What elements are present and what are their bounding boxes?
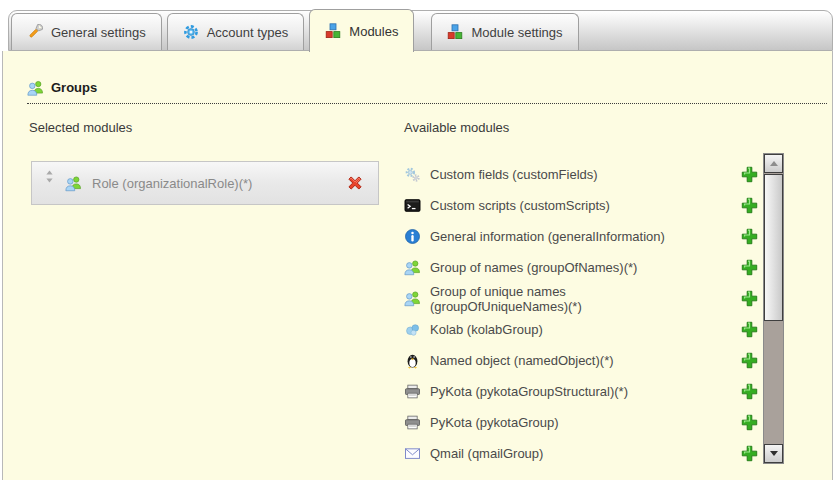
module-name: Custom fields (customFields) bbox=[430, 167, 598, 182]
module-name: PyKota (pykotaGroupStructural)(*) bbox=[430, 384, 628, 399]
add-module-button green-plus-icon[interactable] bbox=[741, 383, 758, 400]
modules-cubes-icon bbox=[325, 23, 342, 40]
remove-module-button red-x-icon[interactable] bbox=[346, 174, 364, 192]
list-item: PyKota (pykotaGroup) bbox=[404, 407, 758, 438]
up-down-arrow-icon[interactable] bbox=[44, 170, 55, 196]
available-modules-list: Custom fields (customFields) Custom scri… bbox=[404, 159, 758, 469]
tab-account-types[interactable]: Account types bbox=[167, 13, 305, 50]
terminal-icon bbox=[404, 197, 421, 214]
group-icon bbox=[404, 290, 421, 307]
list-item: Qmail (qmailGroup) bbox=[404, 438, 758, 469]
add-module-button green-plus-icon[interactable] bbox=[741, 352, 758, 369]
add-module-button green-plus-icon[interactable] bbox=[741, 445, 758, 462]
add-module-button green-plus-icon[interactable] bbox=[741, 321, 758, 338]
printer-icon bbox=[404, 383, 421, 400]
printer-icon bbox=[404, 414, 421, 431]
modules-cubes-icon bbox=[447, 24, 464, 41]
selected-module-name: Role (organizationalRole)(*) bbox=[92, 176, 336, 191]
add-module-button green-plus-icon[interactable] bbox=[741, 290, 758, 307]
list-item: Group of names (groupOfNames)(*) bbox=[404, 252, 758, 283]
module-name: Named object (namedObject)(*) bbox=[430, 353, 614, 368]
list-item: Custom scripts (customScripts) bbox=[404, 190, 758, 221]
add-module-button green-plus-icon[interactable] bbox=[741, 197, 758, 214]
kolab-icon bbox=[404, 321, 421, 338]
module-name: Group of unique names (groupOfUniqueName… bbox=[430, 284, 695, 314]
gear-icon bbox=[183, 24, 200, 41]
group-icon bbox=[404, 259, 421, 276]
tab-module-settings[interactable]: Module settings bbox=[431, 13, 578, 50]
tab-label: Module settings bbox=[471, 25, 562, 40]
group-icon bbox=[65, 175, 82, 192]
tab-general-settings[interactable]: General settings bbox=[11, 13, 162, 50]
add-module-button green-plus-icon[interactable] bbox=[741, 228, 758, 245]
module-name: General information (generalInformation) bbox=[430, 229, 665, 244]
penguin-icon bbox=[404, 352, 421, 369]
tab-label: General settings bbox=[51, 25, 146, 40]
group-icon bbox=[27, 79, 44, 96]
module-name: Custom scripts (customScripts) bbox=[430, 198, 610, 213]
modules-panel: Groups Selected modules Available module… bbox=[2, 51, 833, 480]
add-module-button green-plus-icon[interactable] bbox=[741, 259, 758, 276]
selected-modules-label: Selected modules bbox=[29, 120, 132, 135]
tab-bar: General settings Account types Modules bbox=[8, 10, 833, 51]
down-arrow-icon bbox=[770, 451, 778, 456]
selected-module-row: Role (organizationalRole)(*) bbox=[31, 161, 379, 205]
wrench-icon bbox=[27, 24, 44, 41]
add-module-button green-plus-icon[interactable] bbox=[741, 166, 758, 183]
scrollbar-thumb[interactable] bbox=[764, 174, 783, 321]
envelope-icon bbox=[404, 445, 421, 462]
tab-label: Account types bbox=[207, 25, 289, 40]
module-name: Qmail (qmailGroup) bbox=[430, 446, 543, 461]
up-arrow-icon bbox=[770, 161, 778, 166]
module-name: Kolab (kolabGroup) bbox=[430, 322, 543, 337]
scroll-up-button[interactable] bbox=[764, 154, 783, 173]
scroll-down-button[interactable] bbox=[764, 444, 783, 463]
list-item: Named object (namedObject)(*) bbox=[404, 345, 758, 376]
available-modules-scrollbar[interactable] bbox=[763, 153, 784, 464]
list-item: General information (generalInformation) bbox=[404, 221, 758, 252]
section-title: Groups bbox=[51, 80, 97, 95]
list-item: Group of unique names (groupOfUniqueName… bbox=[404, 283, 758, 314]
tab-label: Modules bbox=[349, 24, 398, 39]
list-item: PyKota (pykotaGroupStructural)(*) bbox=[404, 376, 758, 407]
section-heading-groups: Groups bbox=[27, 79, 827, 104]
list-item: Custom fields (customFields) bbox=[404, 159, 758, 190]
add-module-button green-plus-icon[interactable] bbox=[741, 414, 758, 431]
tab-modules[interactable]: Modules bbox=[309, 9, 414, 52]
gears-icon bbox=[404, 166, 421, 183]
info-icon bbox=[404, 228, 421, 245]
module-name: Group of names (groupOfNames)(*) bbox=[430, 260, 637, 275]
available-modules-label: Available modules bbox=[404, 120, 509, 135]
list-item: Kolab (kolabGroup) bbox=[404, 314, 758, 345]
module-name: PyKota (pykotaGroup) bbox=[430, 415, 559, 430]
